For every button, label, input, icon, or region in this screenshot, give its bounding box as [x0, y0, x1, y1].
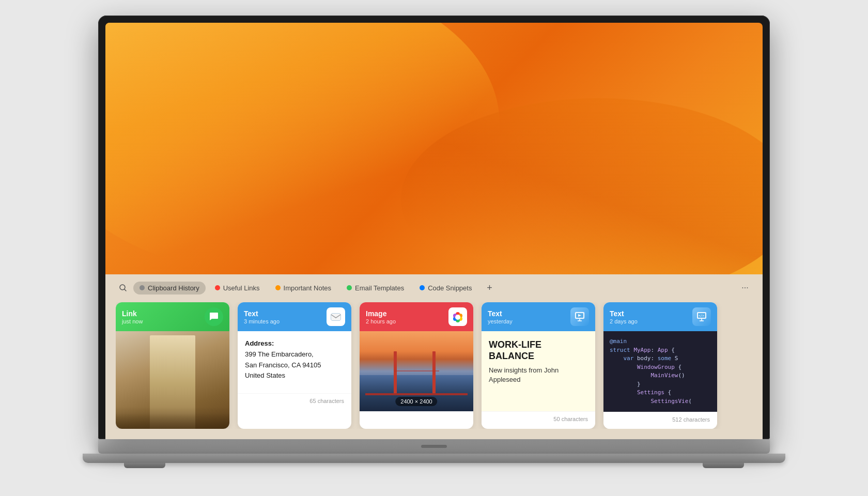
message-bubble-icon [205, 307, 223, 326]
left-foot [124, 463, 165, 468]
tab-label-important-notes: Important Notes [284, 284, 332, 292]
add-tab-button[interactable]: + [482, 281, 497, 295]
keynote-icon [570, 307, 589, 326]
code-card-type-info: Text 2 days ago [610, 309, 638, 324]
link-card-type: Link [122, 309, 143, 318]
code-card[interactable]: Text 2 days ago </> [603, 302, 717, 429]
text-card-time: 3 minutes ago [244, 318, 280, 324]
tab-label-useful-links: Useful Links [223, 284, 260, 292]
bridge-image-body: 2400 × 2400 [360, 331, 473, 411]
text-address-content: Address: 399 The Embarcadero, San Franci… [245, 338, 344, 381]
image-card-type-info: Image 2 hours ago [366, 309, 396, 324]
keynote-card[interactable]: Text yesterday [482, 302, 595, 429]
address-line1: 399 The Embarcadero, [245, 350, 314, 358]
laptop-chin [98, 439, 770, 454]
laptop-base [83, 454, 785, 463]
tab-dot-clipboard [140, 285, 145, 290]
text-address-body: Address: 399 The Embarcadero, San Franci… [238, 331, 351, 393]
keynote-card-type-info: Text yesterday [488, 309, 513, 324]
text-card-type: Text [244, 309, 280, 318]
code-card-header: Text 2 days ago </> [603, 302, 717, 331]
keynote-card-header: Text yesterday [482, 302, 595, 331]
tab-useful-links[interactable]: Useful Links [209, 282, 266, 295]
text-address-card-header: Text 3 minutes ago [238, 302, 351, 331]
cards-row: Link just now [116, 302, 752, 429]
mail-icon [327, 307, 345, 326]
keynote-card-type: Text [488, 309, 513, 318]
keynote-card-body: WORK-LIFE BALANCE New insights from John… [482, 331, 595, 411]
address-label: Address: [245, 339, 274, 347]
text-address-footer: 65 characters [238, 393, 351, 410]
code-card-time: 2 days ago [610, 318, 638, 324]
tab-label-code-snippets: Code Snippets [428, 284, 472, 292]
code-card-type: Text [610, 309, 638, 318]
screen-bezel: Clipboard History Useful Links Important… [98, 16, 770, 439]
cafe-image [116, 331, 229, 429]
link-card[interactable]: Link just now [116, 302, 229, 429]
svg-rect-5 [331, 314, 340, 320]
address-line2: San Francisco, CA 94105 [245, 361, 321, 369]
code-card-icon: </> [692, 307, 711, 326]
svg-point-12 [455, 315, 460, 320]
keynote-subtitle: New insights from John Appleseed [489, 366, 588, 384]
code-content: @main struct MyApp: App { var body: some… [610, 337, 711, 406]
image-card-type: Image [366, 309, 396, 318]
tab-label-clipboard: Clipboard History [148, 284, 199, 292]
image-dimensions: 2400 × 2400 [395, 397, 437, 406]
image-card[interactable]: Image 2 hours ago [360, 302, 473, 429]
svg-line-1 [125, 289, 127, 291]
desktop-wallpaper [105, 23, 763, 274]
code-card-body: @main struct MyApp: App { var body: some… [603, 331, 717, 412]
laptop-frame: Clipboard History Useful Links Important… [83, 16, 785, 481]
right-foot [703, 463, 744, 468]
camera-notch [421, 445, 447, 448]
tab-dot-email-templates [347, 285, 352, 290]
tab-important-notes[interactable]: Important Notes [269, 282, 338, 295]
tab-dot-important-notes [275, 285, 281, 290]
tab-dot-code-snippets [420, 285, 425, 290]
keynote-title: WORK-LIFE BALANCE [489, 339, 588, 362]
clipboard-panel: Clipboard History Useful Links Important… [105, 274, 763, 439]
photos-icon [448, 307, 467, 326]
tab-code-snippets[interactable]: Code Snippets [413, 282, 478, 295]
screen-inner: Clipboard History Useful Links Important… [105, 23, 763, 439]
link-card-type-info: Link just now [122, 309, 143, 324]
clipboard-toolbar: Clipboard History Useful Links Important… [116, 281, 752, 295]
image-card-time: 2 hours ago [366, 318, 396, 324]
laptop-feet [83, 463, 785, 470]
tab-dot-useful-links [215, 285, 220, 290]
keynote-card-time: yesterday [488, 318, 513, 324]
search-button[interactable] [116, 281, 130, 295]
link-card-header: Link just now [116, 302, 229, 331]
code-footer: 512 characters [603, 412, 717, 429]
keynote-footer: 50 characters [482, 411, 595, 428]
more-options-button[interactable]: ··· [738, 281, 752, 295]
tab-clipboard-history[interactable]: Clipboard History [133, 282, 206, 295]
text-address-card[interactable]: Text 3 minutes ago [238, 302, 351, 429]
svg-text:</>: </> [699, 314, 704, 317]
tab-email-templates[interactable]: Email Templates [340, 282, 410, 295]
address-line3: United States [245, 371, 285, 379]
link-card-time: just now [122, 318, 143, 324]
image-card-header: Image 2 hours ago [360, 302, 473, 331]
text-card-type-info: Text 3 minutes ago [244, 309, 280, 324]
tab-label-email-templates: Email Templates [355, 284, 404, 292]
